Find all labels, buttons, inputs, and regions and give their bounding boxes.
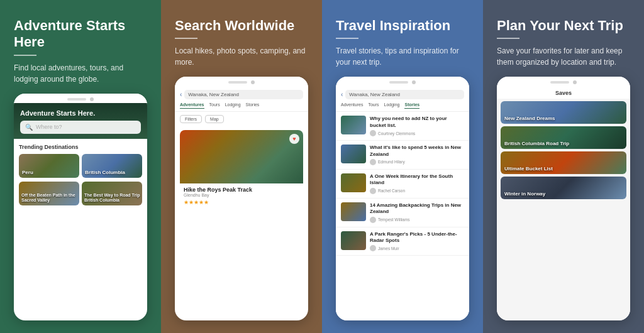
panel-plan: Plan Your Next Trip Save your favorites … (483, 0, 644, 333)
p3-tab-lodging[interactable]: Lodging (384, 102, 400, 109)
p2-search-input[interactable]: Wanaka, New Zealand (184, 90, 303, 99)
app-container: Adventure Starts Here Find local adventu… (0, 0, 644, 333)
p3-tab-stories[interactable]: Stories (404, 102, 419, 109)
panel-4-title: Plan Your Next Trip (497, 18, 630, 34)
story-thumb-4 (341, 231, 366, 250)
story-info-0: Why you need to add NZ to your bucket li… (370, 116, 464, 136)
p1-body: Trending Destinations Peru British Colum… (14, 139, 147, 320)
dest-peru-label: Peru (22, 170, 33, 175)
save-nz-label: New Zealand Dreams (504, 116, 555, 121)
dest-bc-label: British Columbia (85, 170, 125, 175)
notch-bar-3 (389, 81, 408, 84)
author-avatar-4 (370, 245, 376, 251)
map-button[interactable]: Map (205, 115, 224, 123)
p3-tabs: Adventures Tours Lodging Stories (341, 102, 464, 109)
panel-3-desc: Travel stories, tips and inspiration for… (336, 45, 469, 68)
panel-1-divider (14, 55, 36, 56)
save-bucket-label: Ultimate Bucket List (504, 166, 553, 172)
story-title-0: Why you need to add NZ to your bucket li… (370, 116, 464, 129)
p2-card-title: Hike the Roys Peak Track (184, 187, 299, 193)
p3-search-input[interactable]: Wanaka, New Zealand (345, 90, 464, 99)
story-title-3: 14 Amazing Backpacking Trips in New Zeal… (370, 202, 464, 216)
panel-3-title: Travel Inspiration (336, 18, 469, 34)
tab-lodging[interactable]: Lodging (225, 102, 241, 109)
panel-2-divider (175, 38, 197, 39)
p1-search-placeholder: Where to? (36, 124, 62, 130)
phone-2: ‹ Wanaka, New Zealand Adventures Tours L… (175, 77, 308, 320)
story-thumb-3 (341, 202, 366, 221)
story-thumb-2 (341, 173, 366, 192)
author-avatar-3 (370, 217, 376, 223)
trending-title: Trending Destinations (19, 144, 142, 150)
p3-tab-adventures[interactable]: Adventures (341, 102, 363, 109)
author-avatar-0 (370, 130, 376, 136)
phone-1: Adventure Starts Here. 🔍 Where to? Trend… (14, 94, 147, 320)
phone-4: Saves New Zealand Dreams British Columbi… (497, 77, 630, 320)
save-card-bc[interactable]: British Columbia Road Trip (501, 126, 626, 149)
filters-button[interactable]: Filters (180, 115, 202, 123)
story-author-4: James Muir (370, 245, 464, 251)
story-item-0[interactable]: Why you need to add NZ to your bucket li… (336, 112, 469, 141)
p2-tabs: Adventures Tours Lodging Stories (180, 102, 303, 109)
panel-4-divider (497, 38, 519, 39)
p4-header: Saves (497, 86, 630, 99)
save-card-norway[interactable]: Winter in Norway (501, 177, 626, 199)
p3-search-bar: ‹ Wanaka, New Zealand (341, 90, 464, 99)
story-item-1[interactable]: What it's like to spend 5 weeks in New Z… (336, 141, 469, 170)
back-arrow-icon[interactable]: ‹ (180, 91, 182, 98)
story-author-0: Courtney Clemmons (370, 130, 464, 136)
dest-card-peru[interactable]: Peru (19, 154, 79, 178)
p2-filter-row: Filters Map (175, 112, 308, 126)
dest-card-valley[interactable]: Off the Beaten Path in the Sacred Valley (19, 182, 79, 205)
panel-3-divider (336, 38, 358, 39)
camera-dot-4 (573, 80, 577, 84)
story-info-2: A One Week Itinerary for the South Islan… (370, 173, 464, 194)
author-name-3: Tempest Williams (378, 217, 410, 222)
story-info-1: What it's like to spend 5 weeks in New Z… (370, 145, 464, 165)
dest-card-bc[interactable]: British Columbia (82, 154, 142, 178)
p3-header: ‹ Wanaka, New Zealand Adventures Tours L… (336, 86, 469, 112)
story-author-2: Rachel Carson (370, 188, 464, 194)
dest-valley-label: Off the Beaten Path in the Sacred Valley (21, 193, 79, 204)
p2-stars: ★★★★★ (184, 199, 299, 205)
phone-4-notch (497, 77, 630, 86)
tab-stories[interactable]: Stories (246, 102, 260, 109)
story-item-2[interactable]: A One Week Itinerary for the South Islan… (336, 170, 469, 199)
p1-search-bar[interactable]: 🔍 Where to? (20, 121, 141, 134)
phone-1-notch (14, 94, 147, 103)
story-thumb-1 (341, 145, 366, 163)
phone-3-notch (336, 77, 469, 86)
notch-bar (67, 98, 86, 101)
p1-hero: Adventure Starts Here. 🔍 Where to? (14, 103, 147, 139)
dest-card-road[interactable]: The Best Way to Road Trip British Columb… (82, 182, 142, 205)
author-name-0: Courtney Clemmons (378, 131, 415, 136)
story-title-2: A One Week Itinerary for the South Islan… (370, 173, 464, 187)
small-dest-grid: Off the Beaten Path in the Sacred Valley… (19, 182, 142, 205)
author-name-4: James Muir (378, 246, 399, 251)
story-info-3: 14 Amazing Backpacking Trips in New Zeal… (370, 202, 464, 223)
p2-card-image (180, 130, 303, 183)
p3-tab-tours[interactable]: Tours (368, 102, 379, 109)
save-card-nz[interactable]: New Zealand Dreams (501, 101, 626, 124)
tab-tours[interactable]: Tours (209, 102, 220, 109)
p4-saves-list: New Zealand Dreams British Columbia Road… (497, 99, 630, 320)
p4-saves-title: Saves (502, 90, 625, 96)
panel-1-title: Adventure Starts Here (14, 18, 147, 51)
phone-2-notch (175, 77, 308, 86)
tab-adventures[interactable]: Adventures (180, 102, 204, 109)
dest-road-label: The Best Way to Road Trip British Columb… (84, 193, 142, 204)
panel-inspiration: Travel Inspiration Travel stories, tips … (322, 0, 483, 333)
story-item-4[interactable]: A Park Ranger's Picks - 5 Under-the-Rada… (336, 227, 469, 256)
save-bc-label: British Columbia Road Trip (504, 141, 569, 146)
save-card-bucket[interactable]: Ultimate Bucket List (501, 151, 626, 174)
p3-back-arrow-icon[interactable]: ‹ (341, 91, 343, 98)
story-item-3[interactable]: 14 Amazing Backpacking Trips in New Zeal… (336, 199, 469, 227)
panel-4-desc: Save your favorites for later and keep t… (497, 45, 630, 68)
p2-feature-card[interactable]: ♥ Hike the Roys Peak Track Glendhu Bay ★… (180, 130, 303, 209)
p2-search-bar: ‹ Wanaka, New Zealand (180, 90, 303, 99)
phone-3: ‹ Wanaka, New Zealand Adventures Tours L… (336, 77, 469, 320)
panel-search: Search Worldwide Local hikes, photo spot… (161, 0, 322, 333)
p1-hero-title: Adventure Starts Here. (20, 109, 141, 117)
notch-bar-2 (228, 81, 247, 84)
author-name-1: Edmund Hilary (378, 160, 405, 164)
